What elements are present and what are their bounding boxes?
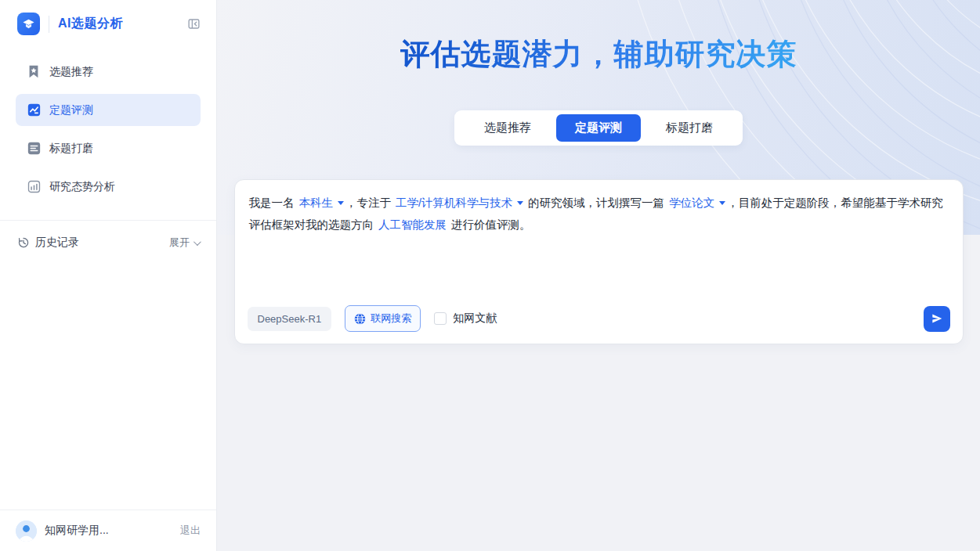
prompt-text: 进行价值评测。	[448, 218, 531, 231]
prompt-text: ，专注于	[345, 196, 394, 209]
user-name: 知网研学用...	[45, 524, 172, 538]
cnki-checkbox-row[interactable]: 知网文献	[434, 312, 497, 326]
text-lines-icon	[27, 142, 41, 156]
person-icon	[16, 520, 37, 542]
sidebar: AI选题分析 选题推荐	[0, 0, 217, 551]
model-chip[interactable]: DeepSeek-R1	[248, 307, 332, 331]
topic-keyword[interactable]: 人工智能发展	[378, 218, 447, 231]
composer-controls: DeepSeek-R1 联网搜索 知网文献	[235, 305, 963, 344]
globe-icon	[354, 313, 366, 325]
sidebar-item-research-trend[interactable]: 研究态势分析	[16, 171, 201, 203]
header-divider	[49, 16, 49, 33]
tab-topic-evaluate[interactable]: 定题评测	[556, 114, 641, 142]
sidebar-collapse-button[interactable]	[186, 16, 202, 32]
sidebar-item-topic-evaluate[interactable]: 定题评测	[16, 94, 201, 126]
history-expand-button[interactable]: 展开	[169, 236, 199, 250]
main-content: 评估选题潜力，辅助研究决策 选题推荐 定题评测 标题打磨 我是一名 本科生，专注…	[217, 0, 980, 551]
history-section: 历史记录 展开	[0, 221, 216, 265]
app-window: AI选题分析 选题推荐	[0, 0, 980, 551]
sidebar-item-topic-recommend[interactable]: 选题推荐	[16, 56, 201, 88]
graduation-cap-icon	[22, 17, 35, 31]
cnki-checkbox[interactable]	[434, 312, 447, 325]
sidebar-spacer	[0, 265, 216, 510]
app-logo	[17, 13, 40, 35]
sidebar-collapse-icon	[187, 17, 201, 31]
sidebar-item-title-polish[interactable]: 标题打磨	[16, 132, 201, 164]
expand-label: 展开	[169, 236, 190, 250]
app-title: AI选题分析	[58, 16, 186, 32]
bookmark-star-icon	[27, 65, 41, 79]
mode-tabs: 选题推荐 定题评测 标题打磨	[454, 110, 743, 146]
tab-title-polish[interactable]: 标题打磨	[641, 114, 738, 142]
sidebar-item-label: 研究态势分析	[49, 180, 115, 194]
prompt-text: 我是一名	[249, 196, 298, 209]
user-section: 知网研学用... 退出	[0, 510, 216, 551]
degree-dropdown[interactable]: 本科生	[299, 196, 345, 209]
history-label: 历史记录	[35, 236, 164, 250]
sidebar-menu: 选题推荐 定题评测	[0, 46, 216, 209]
chevron-down-icon	[193, 238, 201, 246]
sidebar-header: AI选题分析	[0, 0, 216, 46]
composer-card: 我是一名 本科生，专注于 工学/计算机科学与技术 的研究领域，计划撰写一篇 学位…	[234, 179, 964, 344]
page-title: 评估选题潜力，辅助研究决策	[400, 34, 797, 74]
tab-topic-recommend[interactable]: 选题推荐	[459, 114, 556, 142]
history-clock-icon	[17, 236, 30, 249]
paper-type-dropdown[interactable]: 学位论文	[669, 196, 725, 209]
sidebar-item-label: 定题评测	[49, 103, 93, 117]
web-search-label: 联网搜索	[371, 312, 411, 326]
bar-chart-icon	[27, 180, 41, 194]
web-search-toggle[interactable]: 联网搜索	[345, 305, 421, 332]
main-inner: 评估选题潜力，辅助研究决策 选题推荐 定题评测 标题打磨 我是一名 本科生，专注…	[217, 0, 980, 551]
logout-button[interactable]: 退出	[180, 524, 201, 538]
chart-line-icon	[27, 103, 41, 117]
paper-plane-icon	[931, 312, 943, 325]
sidebar-item-label: 标题打磨	[49, 142, 93, 156]
cnki-label: 知网文献	[453, 312, 497, 326]
prompt-editor[interactable]: 我是一名 本科生，专注于 工学/计算机科学与技术 的研究领域，计划撰写一篇 学位…	[235, 180, 963, 305]
field-dropdown[interactable]: 工学/计算机科学与技术	[396, 196, 523, 209]
send-button[interactable]	[924, 306, 950, 332]
prompt-text: 的研究领域，计划撰写一篇	[525, 196, 667, 209]
sidebar-item-label: 选题推荐	[49, 65, 93, 79]
user-avatar[interactable]	[16, 520, 37, 542]
